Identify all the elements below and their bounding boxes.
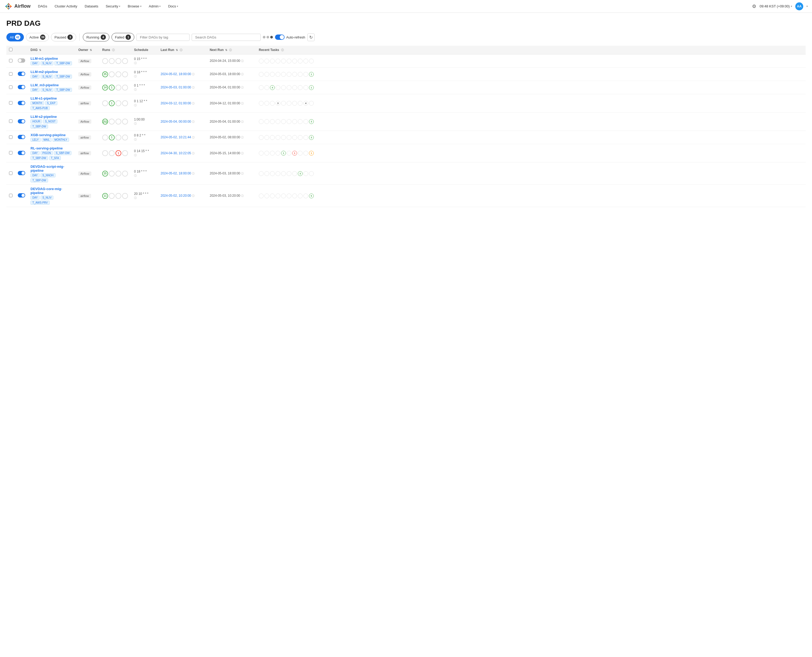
dag-toggle[interactable] [18, 151, 25, 155]
schedule-info-icon[interactable]: ⓘ [134, 174, 155, 177]
dag-tag[interactable]: DAY [31, 196, 40, 199]
lastrun-link[interactable]: 2024-05-04, 00:00:00 [160, 120, 191, 123]
dag-tag[interactable]: S_EKP [45, 101, 58, 105]
row-checkbox[interactable] [9, 86, 12, 89]
dag-name-link[interactable]: LLM-s2-pipeline [31, 115, 73, 119]
schedule-info-icon[interactable]: ⓘ [134, 61, 155, 65]
dag-toggle[interactable] [18, 72, 25, 76]
run-circle[interactable]: 1 [115, 150, 121, 156]
lastrun-link[interactable]: 2024-04-30, 10:22:05 [160, 151, 191, 155]
dag-toggle[interactable] [18, 119, 25, 123]
dag-tag[interactable]: S_NOST [43, 120, 58, 123]
task-circle[interactable]: 1 [281, 151, 286, 156]
task-circle[interactable]: 1 [309, 72, 314, 77]
owner-sort-icon[interactable]: ⇅ [90, 48, 92, 51]
dag-name-link[interactable]: LLM_m3-pipeline [31, 83, 73, 87]
task-circle[interactable]: 3 [309, 135, 314, 140]
run-circle[interactable]: 11 [102, 193, 108, 199]
dag-tag[interactable]: T_SBP-DW [31, 178, 48, 182]
dag-sort-icon[interactable]: ⇅ [39, 48, 41, 51]
select-all-checkbox[interactable] [9, 48, 12, 51]
nav-security[interactable]: Security ▾ [103, 3, 123, 10]
dag-name-link[interactable]: LLM-s1-pipeline [31, 97, 73, 100]
dag-tag[interactable]: DAY [31, 61, 40, 65]
lastrun-link[interactable]: 2024-05-02, 10:21:44 [160, 135, 191, 139]
dag-name-link[interactable]: DEVDAG-script-mig-pipeline [31, 165, 73, 173]
nav-docs[interactable]: Docs ▾ [165, 3, 181, 10]
schedule-info-icon[interactable]: ⓘ [134, 75, 155, 78]
dag-tag[interactable]: T_AWS-PRV [31, 201, 50, 205]
lastrun-info-icon[interactable]: ⓘ [192, 102, 194, 105]
dag-tag[interactable]: S_NLIV [40, 75, 53, 79]
nav-dags[interactable]: DAGs [35, 3, 50, 10]
nextrun-info-icon[interactable]: ⓘ [241, 73, 244, 76]
lastrun-link[interactable]: 2024-05-03, 01:00:00 [160, 86, 191, 89]
row-checkbox[interactable] [9, 59, 12, 62]
tag-filter-input[interactable] [137, 34, 190, 41]
running-filter-button[interactable]: Running 4 [83, 33, 109, 41]
active-filter-button[interactable]: Active 39 [26, 33, 49, 41]
dag-toggle[interactable] [18, 85, 25, 89]
dag-toggle[interactable] [18, 58, 25, 63]
lastrun-sort-icon[interactable]: ⇅ [176, 48, 178, 51]
failed-filter-button[interactable]: Failed 1 [112, 33, 134, 41]
row-checkbox[interactable] [9, 101, 12, 104]
dag-tag[interactable]: T_AWS-PUB [31, 106, 50, 110]
lastrun-info-icon[interactable]: ⓘ [180, 48, 182, 51]
nav-datasets[interactable]: Datasets [81, 3, 101, 10]
schedule-info-icon[interactable]: ⓘ [134, 196, 155, 200]
dag-tag[interactable]: MONTH [31, 101, 44, 105]
run-circle[interactable]: 1 [109, 135, 115, 140]
dag-tag[interactable]: LELY [31, 138, 40, 142]
task-circle[interactable]: 3 [309, 119, 314, 124]
task-circle[interactable]: 5 [309, 193, 314, 198]
dag-tag[interactable]: S_SBP-DW [54, 151, 72, 155]
dag-tag[interactable]: T_SFA [49, 156, 61, 160]
lastrun-info-icon[interactable]: ⓘ [192, 152, 194, 155]
nextrun-info-icon[interactable]: ⓘ [241, 102, 244, 105]
schedule-info-icon[interactable]: ⓘ [134, 88, 155, 92]
dag-tag[interactable]: DAY [31, 75, 40, 79]
nextrun-info-icon[interactable]: ⓘ [241, 136, 244, 139]
dag-name-link[interactable]: LLM-m2-pipeline [31, 70, 73, 74]
dag-name-link[interactable]: LLM-m1-pipeline [31, 56, 73, 61]
dag-name-link[interactable]: DEVDAG-core-mig-pipeline [31, 187, 73, 195]
task-circle[interactable]: 1 [309, 151, 314, 156]
dag-tag[interactable]: T_SBP-DW [54, 75, 72, 79]
dag-tag[interactable]: T_SBP-DW [54, 88, 72, 92]
lastrun-link[interactable]: 2024-05-02, 18:00:00 [160, 72, 191, 76]
row-checkbox[interactable] [9, 151, 12, 154]
dag-toggle[interactable] [18, 135, 25, 139]
dag-tag[interactable]: HOUR [31, 120, 42, 123]
search-input[interactable] [192, 34, 261, 41]
dag-tag[interactable]: S_NLIV [40, 61, 53, 65]
lastrun-link[interactable]: 2024-05-02, 18:00:00 [160, 171, 191, 175]
dag-tag[interactable]: DAY [31, 173, 40, 177]
row-checkbox[interactable] [9, 171, 12, 175]
settings-icon[interactable]: ⚙ [752, 3, 756, 9]
nav-cluster-activity[interactable]: Cluster Activity [51, 3, 81, 10]
dag-tag[interactable]: T_SBP-DW [31, 156, 48, 160]
dag-tag[interactable]: PIGON [40, 151, 53, 155]
nextrun-info-icon[interactable]: ⓘ [241, 86, 244, 89]
dag-tag[interactable]: MONTHLY [53, 138, 69, 142]
nextrun-sort-icon[interactable]: ⇅ [225, 48, 227, 51]
row-checkbox[interactable] [9, 120, 12, 123]
lastrun-info-icon[interactable]: ⓘ [192, 73, 194, 76]
lastrun-info-icon[interactable]: ⓘ [192, 86, 194, 89]
nextrun-info-icon[interactable]: ⓘ [241, 172, 244, 175]
nav-browse[interactable]: Browse ▾ [124, 3, 145, 10]
schedule-info-icon[interactable]: ⓘ [134, 138, 155, 142]
recent-info-icon[interactable]: ⓘ [281, 48, 284, 51]
dag-tag[interactable]: DAY [31, 151, 40, 155]
dag-toggle[interactable] [18, 171, 25, 175]
schedule-info-icon[interactable]: ⓘ [134, 104, 155, 107]
nav-admin[interactable]: Admin ▾ [146, 3, 164, 10]
run-circle[interactable]: 252 [102, 119, 108, 125]
dag-tag[interactable]: T_SBP-DW [54, 61, 72, 65]
nextrun-info-icon[interactable]: ⓘ [241, 152, 244, 155]
all-filter-button[interactable]: All 42 [6, 33, 24, 41]
run-circle[interactable]: 14 [102, 85, 108, 90]
paused-filter-button[interactable]: Paused 3 [51, 33, 76, 41]
lastrun-info-icon[interactable]: ⓘ [192, 194, 194, 197]
